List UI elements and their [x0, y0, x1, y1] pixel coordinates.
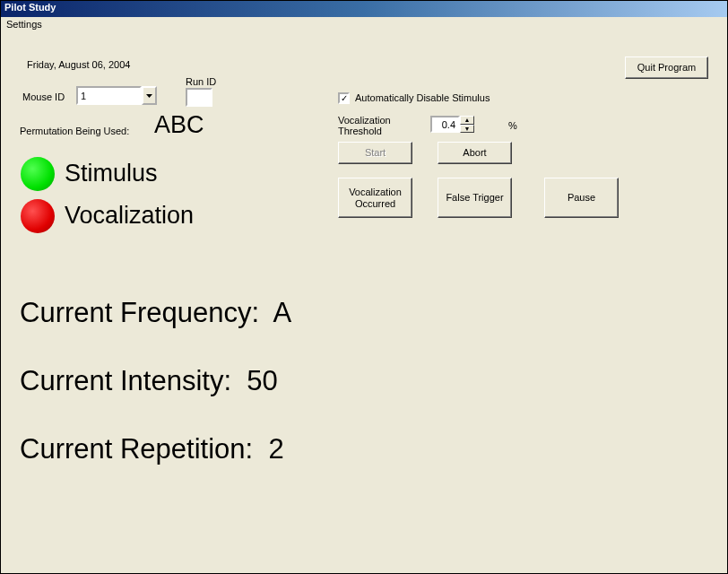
- rep-value: 2: [268, 433, 283, 465]
- title-bar: Pilot Study: [1, 1, 727, 17]
- current-intensity: Current Intensity: 50: [20, 365, 278, 397]
- freq-label: Current Frequency:: [20, 297, 259, 328]
- spinner-buttons[interactable]: ▲ ▼: [460, 116, 474, 133]
- false-trigger-button[interactable]: False Trigger: [438, 178, 512, 218]
- mouse-id-input[interactable]: [76, 86, 142, 105]
- current-frequency: Current Frequency: A: [20, 297, 291, 329]
- false-trigger-label: False Trigger: [446, 192, 503, 203]
- stimulus-led-icon: [21, 157, 55, 191]
- quit-button[interactable]: Quit Program: [625, 57, 708, 79]
- app-window: Pilot Study Settings Friday, August 06, …: [0, 0, 728, 574]
- date-label: Friday, August 06, 2004: [27, 59, 130, 70]
- mouse-id-label: Mouse ID: [22, 91, 65, 102]
- stimulus-label: Stimulus: [65, 160, 158, 187]
- intensity-value: 50: [247, 365, 277, 396]
- abort-button-label: Abort: [463, 147, 486, 158]
- start-button-label: Start: [365, 147, 386, 158]
- voc-occurred-label: Vocalization Occurred: [349, 187, 402, 208]
- mouse-id-dropdown[interactable]: [76, 86, 157, 105]
- voc-threshold-spinner[interactable]: ▲ ▼: [430, 116, 475, 133]
- pause-button[interactable]: Pause: [544, 178, 619, 218]
- run-id-label: Run ID: [186, 76, 216, 87]
- spinner-up-icon[interactable]: ▲: [460, 116, 474, 125]
- window-title: Pilot Study: [4, 2, 56, 13]
- dropdown-arrow-icon[interactable]: [142, 86, 157, 105]
- check-icon: ✓: [341, 93, 348, 103]
- voc-occurred-button[interactable]: Vocalization Occurred: [338, 178, 412, 218]
- menu-bar: Settings: [1, 17, 727, 33]
- pause-label: Pause: [568, 192, 595, 203]
- vocalization-label: Vocalization: [65, 202, 194, 230]
- svg-marker-0: [146, 94, 152, 98]
- auto-disable-checkbox[interactable]: ✓: [338, 92, 350, 104]
- permutation-label: Permutation Being Used:: [20, 126, 129, 136]
- menu-settings[interactable]: Settings: [6, 19, 42, 30]
- client-area: Friday, August 06, 2004 Mouse ID Run ID …: [2, 34, 726, 572]
- rep-label: Current Repetition:: [20, 433, 253, 465]
- current-repetition: Current Repetition: 2: [20, 433, 284, 465]
- intensity-label: Current Intensity:: [20, 365, 231, 396]
- vocalization-led-icon: [21, 199, 55, 233]
- auto-disable-label: Automatically Disable Stimulus: [355, 92, 490, 103]
- quit-button-label: Quit Program: [637, 62, 696, 73]
- start-button[interactable]: Start: [338, 142, 412, 164]
- voc-threshold-input[interactable]: [430, 116, 460, 133]
- spinner-down-icon[interactable]: ▼: [460, 125, 474, 134]
- percent-label: %: [508, 120, 517, 131]
- voc-threshold-label: Vocalization Threshold: [338, 115, 391, 136]
- abort-button[interactable]: Abort: [438, 142, 512, 164]
- permutation-value: ABC: [154, 111, 204, 139]
- freq-value: A: [273, 297, 292, 328]
- run-id-input[interactable]: [186, 88, 212, 107]
